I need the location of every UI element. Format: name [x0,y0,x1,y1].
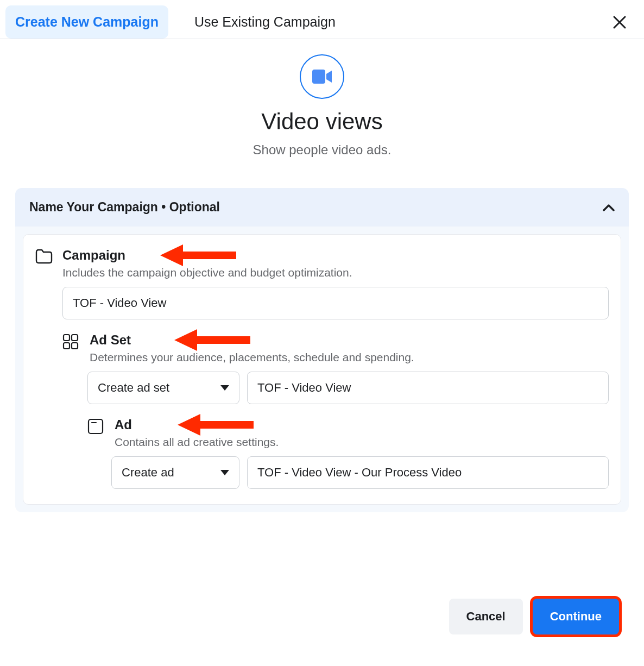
tab-group: Create New Campaign Use Existing Campaig… [5,5,345,39]
campaign-name-input[interactable] [62,287,609,319]
tab-use-existing[interactable]: Use Existing Campaign [185,5,345,39]
campaign-row: Campaign Includes the campaign objective… [35,248,609,319]
ad-title: Ad [115,417,279,432]
video-views-icon [300,54,344,99]
form-card: Campaign Includes the campaign objective… [23,234,621,505]
caret-down-icon [220,385,229,391]
panel-header[interactable]: Name Your Campaign • Optional [15,188,629,227]
chevron-up-icon [603,204,615,211]
close-icon[interactable] [608,11,631,34]
footer: Cancel Continue [0,599,644,634]
cancel-button[interactable]: Cancel [449,599,523,634]
campaign-desc: Includes the campaign objective and budg… [62,266,352,279]
adset-action-label: Create ad set [98,381,169,395]
name-campaign-panel: Name Your Campaign • Optional [15,188,629,512]
ad-action-label: Create ad [122,466,174,480]
svg-rect-4 [72,335,78,341]
ad-desc: Contains all ad creative settings. [115,436,279,449]
ad-icon [87,418,104,435]
svg-rect-3 [64,335,70,341]
continue-button[interactable]: Continue [533,599,619,634]
page-title: Video views [0,109,644,135]
top-bar: Create New Campaign Use Existing Campaig… [0,0,644,39]
svg-rect-5 [64,343,70,349]
adset-desc: Determines your audience, placements, sc… [90,351,414,364]
svg-rect-6 [72,343,78,349]
page-subtitle: Show people video ads. [0,142,644,158]
ad-name-input[interactable] [247,456,609,489]
campaign-title: Campaign [62,248,352,263]
caret-down-icon [220,470,229,475]
svg-rect-2 [312,70,325,84]
grid-icon [62,334,79,350]
folder-icon [35,249,53,264]
tab-create-new[interactable]: Create New Campaign [5,5,168,39]
ad-row: Ad Contains all ad creative settings. Cr… [35,417,609,489]
adset-title: Ad Set [90,332,414,348]
ad-action-select[interactable]: Create ad [111,456,239,489]
svg-rect-7 [89,419,103,433]
panel-body: Campaign Includes the campaign objective… [15,227,629,512]
hero: Video views Show people video ads. [0,39,644,173]
adset-row: Ad Set Determines your audience, placeme… [35,332,609,404]
adset-action-select[interactable]: Create ad set [87,372,239,404]
panel-header-title: Name Your Campaign • Optional [29,200,220,215]
adset-name-input[interactable] [247,372,609,404]
